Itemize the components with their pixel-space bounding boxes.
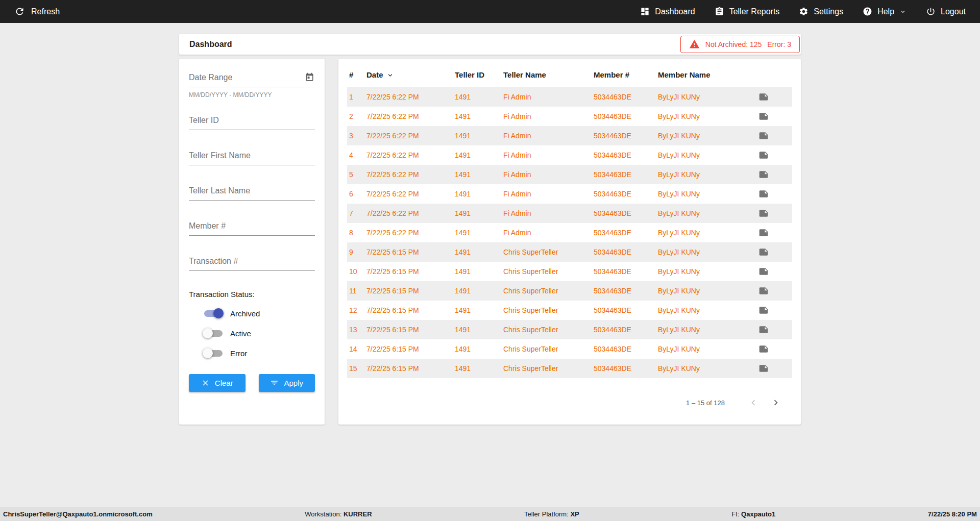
page-header: Dashboard Not Archived: 125 Error: 3	[179, 34, 801, 55]
table-row[interactable]: 117/22/25 6:15 PM1491Chris SuperTeller50…	[347, 281, 792, 301]
cell-teller-name: Chris SuperTeller	[503, 248, 594, 256]
nav-logout[interactable]: Logout	[926, 7, 966, 16]
cell-number: 8	[347, 229, 366, 237]
date-range-input[interactable]	[189, 71, 315, 87]
cell-teller-name: Fi Admin	[503, 170, 594, 179]
filter-icon	[270, 379, 279, 387]
table-row[interactable]: 147/22/25 6:15 PM1491Chris SuperTeller50…	[347, 339, 792, 359]
cell-date: 7/22/25 6:15 PM	[366, 306, 455, 314]
note-icon[interactable]	[758, 286, 769, 296]
note-icon[interactable]	[758, 169, 769, 180]
note-icon[interactable]	[758, 363, 769, 374]
toggle-label: Error	[230, 349, 247, 358]
note-icon[interactable]	[758, 189, 769, 199]
note-icon[interactable]	[758, 247, 769, 257]
cell-member-number: 5034463DE	[594, 364, 658, 373]
nav-settings[interactable]: Settings	[799, 7, 843, 16]
nav-label: Dashboard	[655, 7, 695, 16]
note-icon[interactable]	[758, 344, 769, 354]
col-date-label: Date	[366, 70, 383, 79]
calendar-icon[interactable]	[305, 72, 314, 82]
col-member-name: Member Name	[658, 70, 758, 79]
transaction-number-input[interactable]	[189, 255, 315, 271]
fi: FI: Qaxpauto1	[731, 510, 775, 518]
refresh-icon	[14, 6, 25, 17]
table-row[interactable]: 37/22/25 6:22 PM1491Fi Admin5034463DEByL…	[347, 126, 792, 145]
cell-teller-name: Chris SuperTeller	[503, 306, 594, 314]
table-row[interactable]: 17/22/25 6:22 PM1491Fi Admin5034463DEByL…	[347, 87, 792, 107]
pagination: 1 – 15 of 128	[347, 391, 792, 414]
note-icon[interactable]	[758, 111, 769, 121]
clear-button[interactable]: Clear	[189, 374, 246, 392]
cell-member-name: ByLyJI KUNy	[658, 190, 758, 198]
nav-label: Teller Reports	[729, 7, 780, 16]
cell-member-name: ByLyJI KUNy	[658, 248, 758, 256]
cell-date: 7/22/25 6:15 PM	[366, 364, 455, 373]
workstation-label: Workstation:	[305, 510, 341, 518]
note-icon[interactable]	[758, 131, 769, 141]
refresh-button[interactable]: Refresh	[14, 6, 60, 17]
teller-first-name-input[interactable]	[189, 149, 315, 165]
cell-number: 5	[347, 170, 366, 179]
nav-dashboard[interactable]: Dashboard	[640, 7, 695, 16]
refresh-label: Refresh	[31, 7, 60, 16]
table-row[interactable]: 87/22/25 6:22 PM1491Fi Admin5034463DEByL…	[347, 223, 792, 242]
cell-member-name: ByLyJI KUNy	[658, 132, 758, 140]
cell-member-name: ByLyJI KUNy	[658, 345, 758, 353]
note-icon[interactable]	[758, 266, 769, 277]
cell-teller-name: Fi Admin	[503, 209, 594, 217]
note-icon[interactable]	[758, 208, 769, 218]
note-icon[interactable]	[758, 305, 769, 315]
table-row[interactable]: 127/22/25 6:15 PM1491Chris SuperTeller50…	[347, 301, 792, 320]
toggle-error[interactable]	[203, 348, 224, 359]
table-row[interactable]: 47/22/25 6:22 PM1491Fi Admin5034463DEByL…	[347, 145, 792, 165]
cell-teller-id: 1491	[455, 93, 503, 101]
table-header: # Date Teller ID Teller Name Member # Me…	[347, 63, 792, 87]
nav-teller-reports[interactable]: Teller Reports	[715, 7, 780, 16]
cell-member-name: ByLyJI KUNy	[658, 364, 758, 373]
top-nav: Dashboard Teller Reports Settings Help L…	[640, 7, 966, 16]
next-page-button[interactable]	[765, 391, 787, 414]
table-row[interactable]: 67/22/25 6:22 PM1491Fi Admin5034463DEByL…	[347, 184, 792, 204]
note-icon[interactable]	[758, 325, 769, 335]
toggle-active[interactable]	[203, 328, 224, 339]
cell-teller-id: 1491	[455, 248, 503, 256]
cell-date: 7/22/25 6:22 PM	[366, 190, 455, 198]
cell-number: 11	[347, 287, 366, 295]
status-bar: ChrisSuperTeller@Qaxpauto1.onmicrosoft.c…	[0, 507, 980, 521]
toggle-archived[interactable]	[203, 308, 224, 319]
cell-member-number: 5034463DE	[594, 93, 658, 101]
table-row[interactable]: 27/22/25 6:22 PM1491Fi Admin5034463DEByL…	[347, 107, 792, 126]
cell-member-name: ByLyJI KUNy	[658, 209, 758, 217]
workstation-value: KURRER	[344, 510, 372, 518]
table-row[interactable]: 77/22/25 6:22 PM1491Fi Admin5034463DEByL…	[347, 204, 792, 223]
cell-teller-name: Fi Admin	[503, 151, 594, 159]
cell-teller-name: Fi Admin	[503, 190, 594, 198]
clear-label: Clear	[215, 379, 233, 387]
member-number-input[interactable]	[189, 219, 315, 236]
table-row[interactable]: 107/22/25 6:15 PM1491Chris SuperTeller50…	[347, 262, 792, 281]
cell-teller-id: 1491	[455, 209, 503, 217]
note-icon[interactable]	[758, 150, 769, 160]
col-date[interactable]: Date	[366, 70, 455, 79]
teller-id-input[interactable]	[189, 114, 315, 130]
prev-page-button	[742, 391, 765, 414]
teller-platform: Teller Platform: XP	[524, 510, 579, 518]
sort-desc-icon	[386, 71, 394, 79]
teller-last-name-input[interactable]	[189, 184, 315, 201]
filter-actions: Clear Apply	[189, 374, 315, 392]
table-row[interactable]: 137/22/25 6:15 PM1491Chris SuperTeller50…	[347, 320, 792, 339]
table-row[interactable]: 157/22/25 6:15 PM1491Chris SuperTeller50…	[347, 359, 792, 378]
toggle-label: Active	[230, 329, 251, 338]
nav-help[interactable]: Help	[863, 7, 906, 16]
cell-date: 7/22/25 6:22 PM	[366, 170, 455, 179]
table-row[interactable]: 97/22/25 6:15 PM1491Chris SuperTeller503…	[347, 242, 792, 262]
pagination-range: 1 – 15 of 128	[686, 399, 725, 407]
page-title: Dashboard	[189, 40, 232, 49]
cell-teller-id: 1491	[455, 112, 503, 120]
apply-button[interactable]: Apply	[259, 374, 315, 392]
cell-date: 7/22/25 6:15 PM	[366, 248, 455, 256]
note-icon[interactable]	[758, 228, 769, 238]
note-icon[interactable]	[758, 92, 769, 102]
table-row[interactable]: 57/22/25 6:22 PM1491Fi Admin5034463DEByL…	[347, 165, 792, 184]
